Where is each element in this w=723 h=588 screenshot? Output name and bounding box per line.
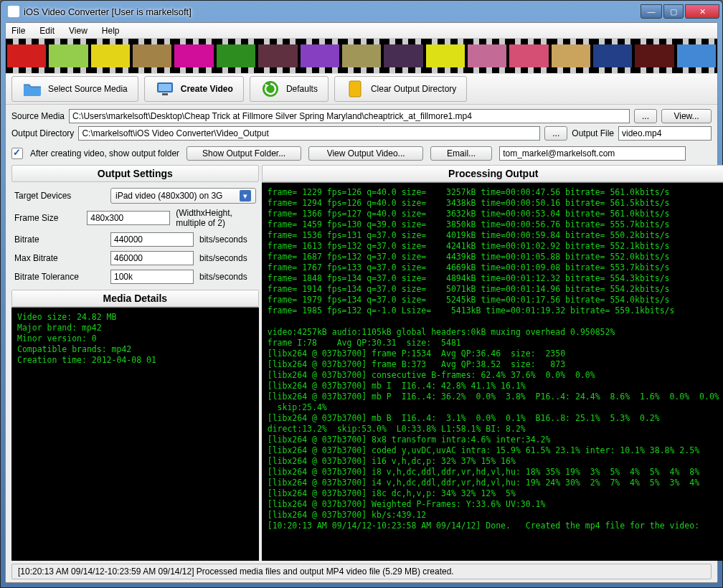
target-devices-label: Target Devices — [14, 191, 105, 201]
select-source-button[interactable]: Select Source Media — [11, 76, 138, 102]
svg-rect-2 — [162, 93, 168, 95]
max-bitrate-label: Max Bitrate — [14, 253, 105, 263]
app-icon — [8, 6, 19, 17]
dropdown-arrow-icon: ▾ — [240, 190, 251, 201]
frame-size-label: Frame Size — [14, 213, 81, 223]
target-devices-value: iPad video (480x300) on 3G — [115, 191, 222, 201]
bitrate-tol-label: Bitrate Tolerance — [14, 272, 105, 282]
output-dir-input[interactable] — [78, 126, 540, 141]
output-file-input[interactable] — [618, 126, 712, 141]
frame-size-unit: (WidthxHeight, multiple of 2) — [176, 208, 256, 228]
menu-help[interactable]: Help — [99, 24, 123, 37]
clear-output-label: Clear Output Directory — [371, 84, 456, 94]
defaults-label: Defaults — [286, 84, 318, 94]
max-bitrate-unit: bits/seconds — [199, 253, 247, 263]
filmstrip-banner — [6, 39, 717, 73]
status-text: [10:20:13 AM 09/14/12-10:23:59 AM 09/14/… — [18, 566, 454, 577]
select-source-label: Select Source Media — [48, 84, 128, 94]
bitrate-tol-unit: bits/seconds — [199, 272, 247, 282]
output-settings-panel: Target Devices iPad video (480x300) on 3… — [11, 184, 259, 285]
app-window: iOS Video Converter [User is markelsoft]… — [0, 0, 723, 588]
folder-yellow-icon — [345, 79, 365, 99]
left-column: Output Settings Target Devices iPad vide… — [11, 165, 259, 561]
show-folder-label: After creating video, show output folder — [30, 148, 179, 158]
titlebar[interactable]: iOS Video Converter [User is markelsoft]… — [1, 1, 722, 22]
source-media-label: Source Media — [11, 111, 65, 121]
show-output-folder-button[interactable]: Show Output Folder... — [186, 146, 301, 161]
frame-size-input[interactable] — [87, 211, 170, 225]
bitrate-unit: bits/seconds — [199, 234, 247, 245]
output-dir-browse-button[interactable]: ... — [544, 126, 567, 141]
show-folder-checkbox[interactable] — [11, 148, 23, 159]
window-title: iOS Video Converter [User is markelsoft] — [24, 6, 641, 17]
media-details-console[interactable]: Video size: 24.82 MB Major brand: mp42 M… — [11, 307, 259, 561]
status-bar: [10:20:13 AM 09/14/12-10:23:59 AM 09/14/… — [11, 564, 712, 579]
path-rows: Source Media ... View... Output Director… — [6, 105, 717, 143]
client-area: File Edit View Help Select Source Media … — [5, 22, 718, 583]
email-button[interactable]: Email... — [430, 146, 492, 161]
media-details-panel: Media Details Video size: 24.82 MB Major… — [11, 290, 259, 561]
folder-icon — [22, 79, 42, 99]
maximize-button[interactable]: ▢ — [663, 4, 684, 19]
menu-edit[interactable]: Edit — [37, 24, 57, 37]
processing-output-header: Processing Output — [262, 165, 723, 182]
source-view-button[interactable]: View... — [661, 109, 712, 123]
minimize-button[interactable]: — — [641, 4, 662, 19]
refresh-icon — [260, 79, 280, 99]
close-button[interactable]: ✕ — [685, 4, 719, 19]
email-input[interactable] — [499, 146, 686, 161]
target-devices-select[interactable]: iPad video (480x300) on 3G ▾ — [110, 188, 256, 204]
media-details-header: Media Details — [11, 290, 259, 307]
create-video-button[interactable]: Create Video — [144, 76, 244, 102]
bitrate-input[interactable] — [110, 232, 194, 247]
output-file-label: Output File — [572, 128, 614, 138]
right-column: Processing Output frame= 1229 fps=126 q=… — [262, 165, 723, 561]
output-settings-header: Output Settings — [11, 165, 259, 182]
create-video-label: Create Video — [181, 84, 233, 94]
menu-bar: File Edit View Help — [6, 23, 717, 39]
output-dir-label: Output Directory — [11, 128, 74, 138]
monitor-icon — [155, 79, 175, 99]
defaults-button[interactable]: Defaults — [250, 76, 329, 102]
processing-output-console[interactable]: frame= 1229 fps=126 q=40.0 size= 3257kB … — [262, 182, 723, 561]
bitrate-tol-input[interactable] — [110, 270, 194, 284]
options-row: After creating video, show output folder… — [6, 143, 717, 165]
mid-panels: Output Settings Target Devices iPad vide… — [6, 165, 717, 564]
menu-view[interactable]: View — [66, 24, 90, 37]
main-toolbar: Select Source Media Create Video Default… — [6, 73, 717, 105]
view-output-video-button[interactable]: View Output Video... — [308, 146, 423, 161]
svg-rect-1 — [159, 84, 171, 91]
menu-file[interactable]: File — [9, 24, 28, 37]
source-media-input[interactable] — [69, 109, 630, 123]
max-bitrate-input[interactable] — [110, 251, 194, 265]
clear-output-button[interactable]: Clear Output Directory — [334, 76, 467, 102]
svg-rect-4 — [349, 81, 361, 97]
bitrate-label: Bitrate — [14, 234, 105, 245]
source-browse-button[interactable]: ... — [634, 109, 657, 123]
